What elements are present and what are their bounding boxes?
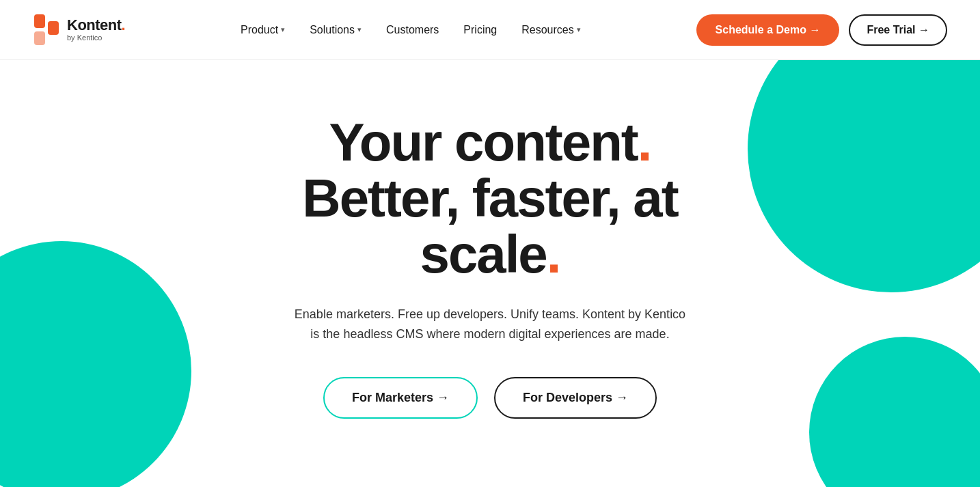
- logo-byline: by Kentico: [67, 34, 125, 42]
- hero-content: Your content. Better, faster, at scale. …: [230, 115, 750, 418]
- nav-link-pricing[interactable]: Pricing: [463, 24, 497, 36]
- chevron-down-icon: ▾: [577, 25, 581, 34]
- hero-buttons: For Marketers → For Developers →: [230, 377, 750, 419]
- hero-title-line1: Your content.: [329, 112, 651, 172]
- svg-rect-1: [34, 31, 45, 45]
- nav-item-product[interactable]: Product ▾: [241, 24, 285, 36]
- nav-link-solutions[interactable]: Solutions ▾: [310, 24, 362, 36]
- free-trial-button[interactable]: Free Trial →: [849, 14, 947, 46]
- chevron-down-icon: ▾: [357, 25, 362, 34]
- hero-title: Your content. Better, faster, at scale.: [230, 115, 750, 283]
- nav-links: Product ▾ Solutions ▾ Customers Pricing …: [241, 24, 581, 36]
- for-developers-button[interactable]: For Developers →: [494, 377, 657, 419]
- hero-section: Your content. Better, faster, at scale. …: [0, 60, 980, 487]
- for-marketers-button[interactable]: For Marketers →: [323, 377, 478, 419]
- logo-text: Kontent. by Kentico: [67, 18, 125, 42]
- logo-icon: [33, 13, 62, 47]
- logo[interactable]: Kontent. by Kentico: [33, 13, 125, 47]
- nav-item-solutions[interactable]: Solutions ▾: [310, 24, 362, 36]
- chevron-down-icon: ▾: [281, 25, 285, 34]
- nav-item-pricing[interactable]: Pricing: [463, 24, 497, 36]
- nav-buttons: Schedule a Demo → Free Trial →: [696, 14, 947, 46]
- deco-circle-top-right: [748, 60, 980, 292]
- navbar: Kontent. by Kentico Product ▾ Solutions …: [0, 0, 980, 60]
- title-dot-1: .: [638, 112, 651, 172]
- nav-link-customers[interactable]: Customers: [386, 24, 439, 36]
- nav-item-resources[interactable]: Resources ▾: [521, 24, 580, 36]
- svg-rect-0: [34, 14, 45, 28]
- nav-link-product[interactable]: Product ▾: [241, 24, 285, 36]
- deco-circle-bottom-right: [809, 337, 980, 487]
- title-dot-2: .: [547, 224, 560, 284]
- hero-title-line2: Better, faster, at scale.: [302, 168, 677, 284]
- nav-link-resources[interactable]: Resources ▾: [521, 24, 580, 36]
- logo-brand: Kontent.: [67, 18, 125, 33]
- deco-circle-left: [0, 241, 191, 487]
- nav-item-customers[interactable]: Customers: [386, 24, 439, 36]
- hero-subtitle: Enable marketers. Free up developers. Un…: [292, 305, 688, 344]
- logo-dot: .: [122, 16, 126, 33]
- svg-rect-2: [48, 21, 59, 35]
- schedule-demo-button[interactable]: Schedule a Demo →: [696, 14, 840, 46]
